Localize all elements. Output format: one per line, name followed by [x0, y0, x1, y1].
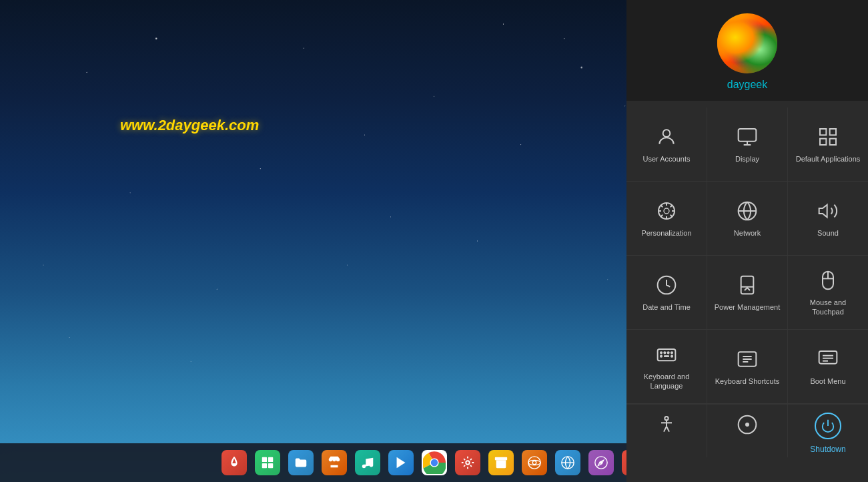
svg-point-47 [671, 352, 673, 353]
taskbar-settings[interactable] [452, 447, 483, 478]
settings-power[interactable]: Power Management [707, 256, 788, 329]
settings-grid: User Accounts Display Default Applicatio… [626, 101, 868, 482]
settings-accessibility[interactable] [626, 405, 707, 457]
taskbar-browser[interactable] [552, 447, 583, 478]
mouse-label: Mouse and Touchpad [795, 298, 861, 317]
greenapp-icon [255, 450, 280, 475]
settings-network[interactable]: Network [707, 182, 788, 255]
settings-keyboard-language[interactable]: Keyboard and Language [626, 330, 707, 403]
svg-point-65 [746, 423, 749, 426]
taskbar-chrome[interactable] [419, 447, 450, 478]
settings-personalization[interactable]: Personalization [626, 182, 707, 255]
svg-point-10 [528, 457, 540, 469]
settings-sound[interactable]: Sound [788, 182, 868, 255]
svg-point-16 [600, 462, 602, 464]
personalization-label: Personalization [641, 228, 691, 238]
svg-rect-1 [268, 457, 272, 462]
svg-point-8 [466, 461, 470, 465]
svg-rect-0 [262, 457, 266, 462]
settings-row-4: Keyboard and Language Keyboard Shortcuts… [626, 330, 868, 404]
svg-marker-4 [396, 457, 405, 469]
svg-rect-36 [658, 349, 676, 360]
media-icon [388, 450, 414, 475]
avatar[interactable] [717, 13, 777, 73]
sound-label: Sound [817, 228, 839, 238]
taskbar-store[interactable] [319, 447, 350, 478]
settings-display[interactable]: Display [707, 107, 788, 181]
settings-panel: daygeek User Accounts Display Def [626, 0, 868, 482]
svg-point-18 [663, 130, 671, 137]
taskbar-media[interactable] [386, 447, 416, 478]
display-label: Display [735, 154, 759, 164]
settings-row-5: Shutdown [626, 404, 868, 457]
settings-row-1: User Accounts Display Default Applicatio… [626, 107, 868, 182]
taskbar-music[interactable] [352, 447, 383, 478]
accessibility-icon [655, 413, 679, 437]
power-management-label: Power Management [715, 302, 780, 312]
taskbar-virtual[interactable] [519, 447, 550, 478]
svg-point-7 [430, 459, 437, 466]
svg-point-44 [661, 352, 662, 353]
settings-taskbar-icon [455, 450, 480, 475]
taskbar-greenapp[interactable] [252, 447, 283, 478]
taskbar-archive[interactable] [486, 447, 516, 478]
discover-icon [588, 450, 614, 475]
sound-icon [816, 199, 840, 223]
svg-rect-32 [741, 276, 754, 294]
settings-default-apps[interactable]: Default Applications [788, 107, 868, 181]
keyboard-shortcuts-icon [735, 347, 759, 371]
default-applications-label: Default Applications [796, 154, 861, 164]
svg-rect-19 [739, 129, 757, 142]
settings-keyboard-shortcuts[interactable]: Keyboard Shortcuts [707, 330, 788, 403]
svg-rect-50 [664, 355, 669, 357]
user-accounts-label: User Accounts [643, 154, 691, 164]
svg-point-27 [664, 208, 669, 214]
settings-firewall[interactable] [707, 405, 788, 457]
svg-line-63 [667, 427, 669, 432]
default-applications-icon [816, 125, 840, 149]
settings-row-2: Personalization Network Sound [626, 182, 868, 256]
taskbar-files[interactable] [286, 447, 316, 478]
svg-point-49 [671, 355, 673, 356]
settings-boot-menu[interactable]: Boot Menu [788, 330, 868, 403]
personalization-icon [655, 199, 679, 223]
network-label: Network [734, 228, 761, 238]
launcher-icon [222, 450, 247, 475]
browser-icon [555, 450, 580, 475]
svg-rect-22 [820, 129, 826, 135]
svg-rect-25 [830, 139, 836, 145]
svg-point-11 [532, 461, 536, 465]
chrome-icon [422, 450, 447, 475]
boot-menu-icon [816, 347, 840, 371]
boot-menu-label: Boot Menu [810, 377, 845, 386]
display-icon [735, 125, 759, 149]
store-icon [322, 450, 347, 475]
svg-rect-9 [494, 457, 506, 461]
avatar-image [717, 13, 777, 73]
taskbar-launcher[interactable] [219, 447, 250, 478]
network-icon [735, 199, 759, 223]
archive-icon [488, 450, 514, 475]
settings-shutdown[interactable]: Shutdown [788, 405, 868, 457]
svg-point-48 [661, 355, 662, 356]
profile-section: daygeek [626, 0, 868, 101]
svg-rect-23 [830, 129, 836, 135]
settings-datetime[interactable]: Date and Time [626, 256, 707, 329]
taskbar-discover[interactable] [586, 447, 616, 478]
svg-rect-24 [820, 139, 826, 145]
svg-rect-2 [262, 463, 266, 468]
shutdown-icon [815, 413, 841, 439]
username: daygeek [727, 79, 768, 91]
files-icon [288, 450, 314, 475]
svg-point-59 [665, 417, 668, 420]
settings-mouse[interactable]: Mouse and Touchpad [788, 256, 868, 329]
user-accounts-icon [655, 125, 679, 149]
shutdown-label: Shutdown [810, 445, 845, 455]
website-watermark: www.2daygeek.com [120, 117, 259, 134]
power-management-icon [735, 273, 759, 297]
settings-user-accounts[interactable]: User Accounts [626, 107, 707, 181]
svg-rect-55 [819, 351, 837, 364]
svg-marker-30 [819, 205, 827, 218]
settings-row-3: Date and Time Power Management Mouse and… [626, 256, 868, 330]
svg-line-62 [664, 427, 667, 432]
